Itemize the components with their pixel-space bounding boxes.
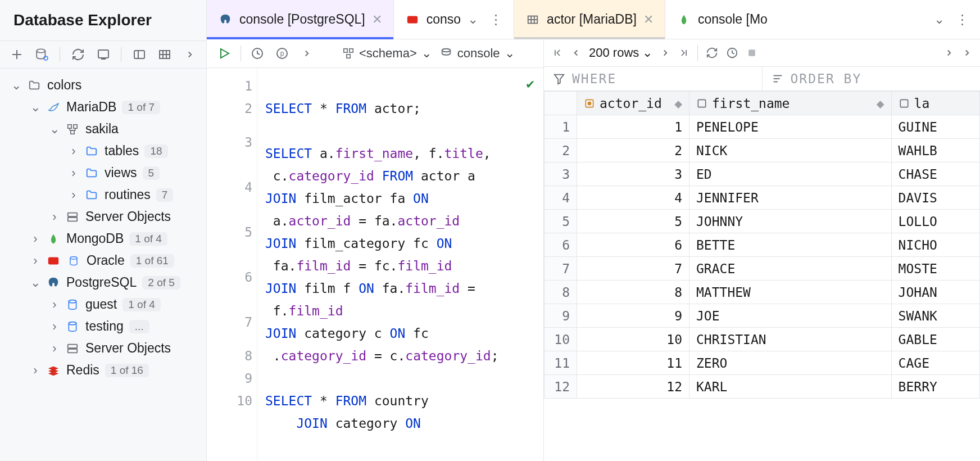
history-icon[interactable] (249, 45, 266, 62)
cell-first-name[interactable]: MATTHEW (689, 281, 892, 304)
add-icon[interactable] (9, 47, 24, 62)
tree-root-colors[interactable]: ⌄ colors (0, 74, 206, 96)
preview-icon[interactable] (131, 47, 147, 62)
row-count-selector[interactable]: 200 rows ⌄ (589, 46, 652, 60)
close-icon[interactable]: ✕ (643, 12, 654, 27)
cell-last-name[interactable]: CAGE (891, 351, 979, 375)
table-row[interactable]: 1010CHRISTIANGABLE (545, 328, 980, 351)
tree-node-guest[interactable]: › guest 1 of 4 (0, 293, 206, 315)
kebab-icon[interactable]: ⋮ (485, 12, 502, 27)
chevron-down-icon[interactable]: ⌄ (934, 12, 945, 27)
cell-actor-id[interactable]: 5 (577, 210, 689, 233)
tab-console-postgresql[interactable]: console [PostgreSQL] ✕ (207, 0, 394, 39)
cell-last-name[interactable]: GABLE (891, 328, 979, 351)
sort-icon[interactable]: ◆ (674, 96, 682, 111)
cell-first-name[interactable]: JENNIFER (689, 186, 892, 210)
more-icon[interactable] (182, 47, 197, 62)
column-header-first-name[interactable]: first_name◆ (689, 92, 892, 115)
cell-last-name[interactable]: DAVIS (891, 186, 979, 210)
cell-last-name[interactable]: BERRY (891, 375, 979, 399)
tree-node-testing[interactable]: › testing ... (0, 315, 206, 337)
close-icon[interactable]: ✕ (372, 12, 382, 27)
table-row[interactable]: 88MATTHEWJOHAN (545, 281, 980, 304)
table-view-icon[interactable] (157, 47, 172, 62)
column-header-actor-id[interactable]: actor_id◆ (577, 92, 689, 115)
schema-selector[interactable]: <schema> ⌄ (342, 46, 432, 61)
table-row[interactable]: 11PENELOPEGUINE (545, 115, 980, 139)
more-icon[interactable] (298, 45, 315, 62)
tree-node-mariadb[interactable]: ⌄ MariaDB 1 of 7 (0, 96, 206, 118)
last-page-icon[interactable] (678, 47, 689, 58)
cell-last-name[interactable]: LOLLO (891, 210, 979, 233)
more-icon[interactable] (962, 48, 972, 58)
cell-last-name[interactable]: WAHLB (891, 139, 979, 162)
where-filter[interactable]: WHERE (544, 67, 762, 91)
tree-node-tables[interactable]: › tables 18 (0, 140, 206, 162)
tab-console-oracle[interactable]: conso ⌄ ⋮ (394, 0, 514, 39)
jump-to-console-icon[interactable] (96, 47, 111, 62)
sort-icon[interactable]: ◆ (877, 96, 884, 111)
table-row[interactable]: 1212KARLBERRY (545, 375, 980, 399)
cell-actor-id[interactable]: 1 (577, 115, 689, 139)
tree-node-mongodb[interactable]: › MongoDB 1 of 4 (0, 228, 206, 250)
cell-last-name[interactable]: MOSTE (891, 257, 979, 281)
tree-node-redis[interactable]: › Redis 1 of 16 (0, 359, 206, 381)
cell-last-name[interactable]: GUINE (891, 115, 979, 139)
cell-first-name[interactable]: JOE (689, 304, 892, 328)
datasource-properties-icon[interactable] (34, 47, 49, 62)
table-row[interactable]: 77GRACEMOSTE (545, 257, 980, 281)
cell-last-name[interactable]: JOHAN (891, 281, 979, 304)
cell-actor-id[interactable]: 8 (577, 281, 689, 304)
cell-first-name[interactable]: ED (689, 162, 892, 186)
cell-actor-id[interactable]: 10 (577, 328, 689, 351)
tree-node-oracle[interactable]: › Oracle 1 of 61 (0, 250, 206, 272)
reload-icon[interactable] (706, 47, 718, 59)
tree-node-routines[interactable]: › routines 7 (0, 184, 206, 206)
explain-plan-icon[interactable]: p (274, 45, 291, 62)
tree-node-server-objects-pg[interactable]: › Server Objects (0, 337, 206, 359)
cell-first-name[interactable]: BETTE (689, 233, 892, 257)
tree-node-views[interactable]: › views 5 (0, 162, 206, 184)
cell-first-name[interactable]: CHRISTIAN (689, 328, 892, 351)
cell-actor-id[interactable]: 7 (577, 257, 689, 281)
cell-actor-id[interactable]: 9 (577, 304, 689, 328)
cell-last-name[interactable]: NICHO (891, 233, 979, 257)
pending-icon[interactable] (726, 47, 738, 59)
tree-node-server-objects[interactable]: › Server Objects (0, 206, 206, 228)
more-icon[interactable] (944, 48, 954, 58)
cell-first-name[interactable]: PENELOPE (689, 115, 892, 139)
table-row[interactable]: 66BETTENICHO (545, 233, 980, 257)
run-icon[interactable] (216, 45, 233, 62)
cell-first-name[interactable]: GRACE (689, 257, 892, 281)
console-selector[interactable]: console ⌄ (439, 46, 515, 61)
first-page-icon[interactable] (552, 47, 563, 58)
cell-first-name[interactable]: ZERO (689, 351, 892, 375)
cell-actor-id[interactable]: 4 (577, 186, 689, 210)
cell-actor-id[interactable]: 12 (577, 375, 689, 399)
table-row[interactable]: 99JOESWANK (545, 304, 980, 328)
cell-actor-id[interactable]: 11 (577, 351, 689, 375)
code-area[interactable]: SELECT * FROM actor; SELECT a.first_name… (257, 68, 543, 461)
sql-editor[interactable]: ✔ 1 2 3 4 5 6 7 8 9 10 SELECT * FROM act… (207, 68, 543, 461)
tab-actor-mariadb[interactable]: actor [MariaDB] ✕ (514, 0, 665, 39)
tab-console-mongo[interactable]: console [Mo ⌄ ⋮ (665, 0, 980, 39)
kebab-icon[interactable]: ⋮ (951, 12, 969, 27)
table-row[interactable]: 44JENNIFERDAVIS (545, 186, 980, 210)
data-grid[interactable]: actor_id◆ first_name◆ la 11PENELOPEGUINE… (544, 91, 980, 461)
table-row[interactable]: 22NICKWAHLB (545, 139, 980, 162)
tree-node-sakila[interactable]: ⌄ sakila (0, 118, 206, 140)
cell-actor-id[interactable]: 6 (577, 233, 689, 257)
cell-last-name[interactable]: SWANK (891, 304, 979, 328)
orderby-filter[interactable]: ORDER BY (762, 67, 981, 91)
next-page-icon[interactable] (660, 48, 670, 58)
cell-last-name[interactable]: CHASE (891, 162, 979, 186)
column-header-last-name[interactable]: la (891, 92, 979, 115)
cell-first-name[interactable]: JOHNNY (689, 210, 892, 233)
table-row[interactable]: 33EDCHASE (545, 162, 980, 186)
stop-icon[interactable] (746, 47, 757, 58)
cell-actor-id[interactable]: 3 (577, 162, 689, 186)
table-row[interactable]: 1111ZEROCAGE (545, 351, 980, 375)
refresh-icon[interactable] (70, 47, 85, 62)
cell-actor-id[interactable]: 2 (577, 139, 689, 162)
cell-first-name[interactable]: NICK (689, 139, 892, 162)
